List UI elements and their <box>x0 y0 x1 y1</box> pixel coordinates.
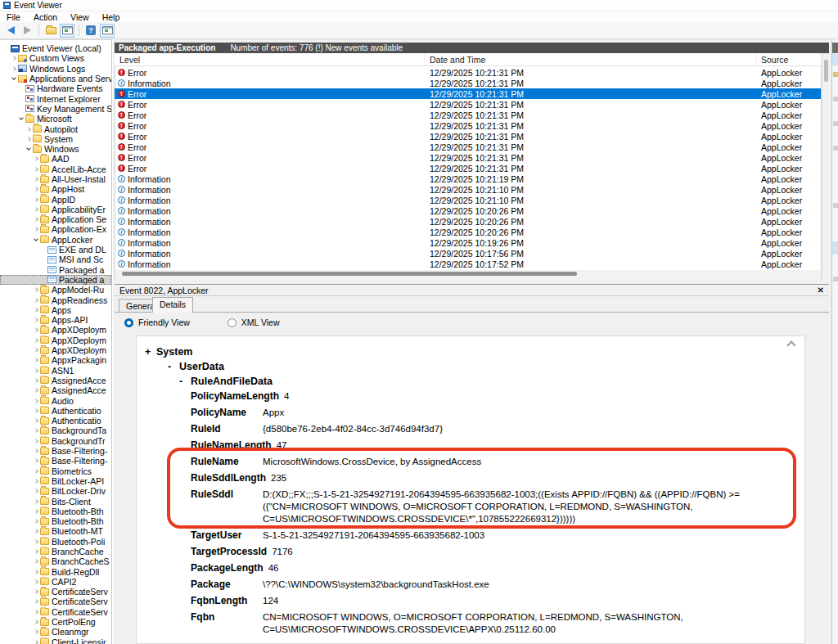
chevron-down-icon[interactable] <box>32 239 39 241</box>
tree-item-apphost[interactable]: AppHost <box>0 184 111 194</box>
chevron-right-icon[interactable] <box>32 620 39 624</box>
radio-selected-icon[interactable] <box>124 318 133 327</box>
menu-help[interactable]: Help <box>96 12 127 22</box>
tree-item-branchcache[interactable]: BranchCache <box>0 547 111 556</box>
tree-item-apps[interactable]: Apps <box>0 305 111 315</box>
chevron-right-icon[interactable] <box>32 379 39 382</box>
chevron-right-icon[interactable] <box>32 610 39 614</box>
tree-item-packaged-a[interactable]: Packaged a <box>0 275 111 285</box>
chevron-right-icon[interactable] <box>32 630 39 633</box>
tree-item-bitlocker-api[interactable]: BitLocker-API <box>0 476 111 486</box>
chevron-right-icon[interactable] <box>32 439 39 443</box>
chevron-right-icon[interactable] <box>32 470 39 473</box>
tree-item-bluetooth-poli[interactable]: Bluetooth-Poli <box>0 537 111 547</box>
show-all-button[interactable] <box>43 24 58 38</box>
radio-xml-view[interactable]: XML View <box>228 317 280 327</box>
tree-item-audio[interactable]: Audio <box>0 395 111 405</box>
chevron-right-icon[interactable] <box>32 580 39 583</box>
tree-item-application-se[interactable]: Application Se <box>0 214 111 224</box>
tree-item-apps-api[interactable]: Apps-API <box>0 315 111 325</box>
chevron-right-icon[interactable] <box>32 550 39 553</box>
tree-item-aad[interactable]: AAD <box>0 154 111 164</box>
chevron-right-icon[interactable] <box>32 409 39 412</box>
chevron-right-icon[interactable] <box>32 349 39 352</box>
chevron-right-icon[interactable] <box>32 500 39 503</box>
tree-item-branchcaches[interactable]: BranchCacheS <box>0 556 111 566</box>
event-row[interactable]: iInformation12/29/2025 10:21:10 PMAppLoc… <box>115 184 821 195</box>
chevron-right-icon[interactable] <box>32 339 39 342</box>
chevron-right-icon[interactable] <box>32 369 39 372</box>
event-row[interactable]: !Error12/29/2025 10:21:31 PMAppLocker <box>115 110 821 120</box>
chevron-right-icon[interactable] <box>32 520 39 523</box>
chevron-right-icon[interactable] <box>32 529 39 533</box>
chevron-right-icon[interactable] <box>32 308 39 312</box>
tree-item-hardware-events[interactable]: Hardware Events <box>0 83 111 93</box>
events-horizontal-scrollbar[interactable] <box>115 270 821 280</box>
chevron-right-icon[interactable] <box>32 590 39 593</box>
chevron-right-icon[interactable] <box>32 419 39 422</box>
tree-item-windows[interactable]: Windows <box>0 144 111 154</box>
tree-item-microsoft[interactable]: Microsoft <box>0 114 111 124</box>
tree-item-appid[interactable]: AppID <box>0 194 111 204</box>
tree-item-authenticatio[interactable]: Authenticatio <box>0 416 111 426</box>
tree-item-appxdeploym[interactable]: AppXDeploym <box>0 345 111 355</box>
event-row[interactable]: !Error12/29/2025 10:21:31 PMAppLocker <box>115 152 821 163</box>
chevron-right-icon[interactable] <box>32 540 39 543</box>
chevron-right-icon[interactable] <box>32 178 39 181</box>
tree-item-key-management-ser[interactable]: Key Management Ser <box>0 104 111 114</box>
chevron-right-icon[interactable] <box>32 560 39 563</box>
column-header-source[interactable]: Source <box>756 53 822 65</box>
chevron-right-icon[interactable] <box>10 67 17 70</box>
event-row[interactable]: iInformation12/29/2025 10:17:52 PMAppLoc… <box>115 259 821 269</box>
tree-item-backgroundtr[interactable]: BackgroundTr <box>0 436 111 446</box>
tree-item-exe-and-dl[interactable]: EXE and DL <box>0 245 111 254</box>
event-row[interactable]: !Error12/29/2025 10:21:31 PMAppLocker <box>115 120 821 131</box>
events-vertical-scrollbar[interactable] <box>822 53 830 280</box>
tree-item-client-licensir[interactable]: Client-Licensir <box>0 637 111 644</box>
event-row[interactable]: iInformation12/29/2025 10:20:26 PMAppLoc… <box>115 205 821 216</box>
tree-item-appreadiness[interactable]: AppReadiness <box>0 295 111 304</box>
chevron-right-icon[interactable] <box>32 157 39 160</box>
chevron-right-icon[interactable] <box>32 399 39 403</box>
chevron-right-icon[interactable] <box>32 299 39 302</box>
tree-item-all-user-instal[interactable]: All-User-Instal <box>0 174 111 184</box>
tree-item-bluetooth-bth[interactable]: Bluetooth-Bth <box>0 507 111 516</box>
menu-file[interactable]: File <box>0 12 27 22</box>
tree-item-assignedacce[interactable]: AssignedAcce <box>0 385 111 395</box>
tree-item-certificateserv[interactable]: CertificateServ <box>0 607 111 617</box>
event-row[interactable]: !Error12/29/2025 10:21:31 PMAppLocker <box>115 67 821 78</box>
chevron-right-icon[interactable] <box>32 449 39 453</box>
tree-item-capi2[interactable]: CAPI2 <box>0 577 111 587</box>
chevron-right-icon[interactable] <box>32 510 39 513</box>
event-row[interactable]: iInformation12/29/2025 10:19:26 PMAppLoc… <box>115 237 821 248</box>
tree-item-event-viewer-local-[interactable]: Event Viewer (Local) <box>0 43 111 53</box>
chevron-right-icon[interactable] <box>10 56 17 60</box>
collapse-minus-icon[interactable]: - <box>168 361 179 372</box>
chevron-down-icon[interactable] <box>25 148 32 150</box>
help-button[interactable]: ? <box>83 24 98 38</box>
chevron-right-icon[interactable] <box>32 208 39 211</box>
event-row[interactable]: !Error12/29/2025 10:21:31 PMAppLocker <box>115 131 821 142</box>
menu-action[interactable]: Action <box>27 12 64 22</box>
tree-item-build-regdll[interactable]: Build-RegDll <box>0 566 111 576</box>
console-tree-toggle-button[interactable] <box>60 24 74 38</box>
tree-item-asn1[interactable]: ASN1 <box>0 366 111 376</box>
tree-item-bits-client[interactable]: Bits-Client <box>0 496 111 506</box>
scrollbar-thumb[interactable] <box>824 60 828 82</box>
chevron-right-icon[interactable] <box>32 288 39 291</box>
event-row[interactable]: !Error12/29/2025 10:21:31 PMAppLocker <box>115 88 821 99</box>
event-row[interactable]: iInformation12/29/2025 10:21:31 PMAppLoc… <box>115 78 821 88</box>
tree-item-internet-explorer[interactable]: Internet Explorer <box>0 93 111 103</box>
event-row[interactable]: !Error12/29/2025 10:21:31 PMAppLocker <box>115 142 821 152</box>
tree-item-system[interactable]: System <box>0 134 111 144</box>
chevron-right-icon[interactable] <box>32 570 39 574</box>
chevron-right-icon[interactable] <box>32 489 39 493</box>
tree-item-msi-and-sc[interactable]: MSI and Sc <box>0 254 111 264</box>
tree-item-certificateserv[interactable]: CertificateServ <box>0 597 111 606</box>
node-system[interactable]: + System <box>145 346 804 358</box>
chevron-right-icon[interactable] <box>32 600 39 603</box>
tree-item-autopilot[interactable]: Autopilot <box>0 124 111 133</box>
tree-item-appmodel-ru[interactable]: AppModel-Ru <box>0 285 111 295</box>
tree-item-cleanmgr[interactable]: Cleanmgr <box>0 627 111 637</box>
tree-item-bluetooth-mt[interactable]: Bluetooth-MT <box>0 526 111 536</box>
